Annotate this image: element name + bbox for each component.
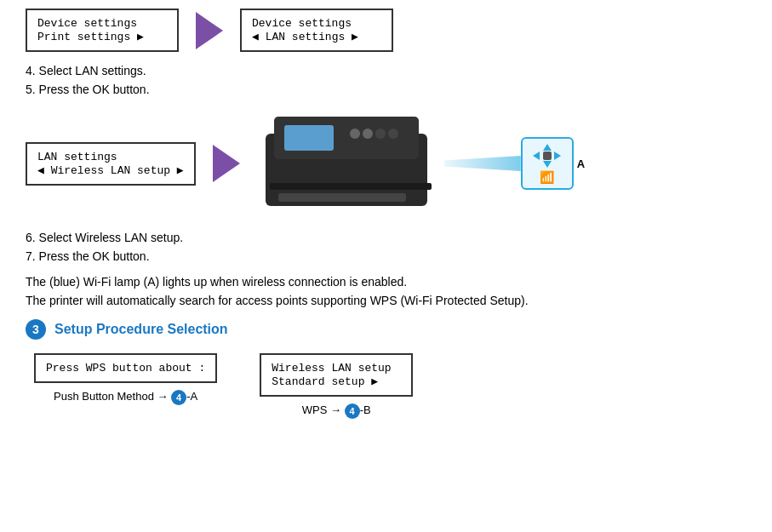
svg-point-4 xyxy=(363,129,373,139)
lcd1-line1: Device settings xyxy=(37,17,167,30)
push-button-item: Press WPS button about : Push Button Met… xyxy=(34,353,217,405)
lcd3-line2: ◀ Wireless LAN setup ▶ xyxy=(37,163,184,177)
arrow-left-icon xyxy=(533,152,540,160)
push-button-prefix: Push Button Method → xyxy=(54,390,171,403)
svg-rect-7 xyxy=(278,193,406,202)
lcd1-line2: Print settings ▶ xyxy=(37,30,167,43)
wps-suffix: -B xyxy=(360,403,371,416)
svg-rect-8 xyxy=(270,183,432,190)
push-button-badge: 4 xyxy=(171,390,186,405)
bottom-row: Press WPS button about : Push Button Met… xyxy=(34,353,746,419)
lcd-screen-1: Device settings Print settings ▶ xyxy=(26,9,179,52)
steps-4-5: 4. Select LAN settings. 5. Press the OK … xyxy=(26,64,746,96)
wps-badge: 4 xyxy=(345,403,360,419)
wifi-beam xyxy=(444,156,521,171)
svg-point-3 xyxy=(350,129,360,139)
wifi-beam-area: 📶 A xyxy=(444,137,585,190)
wifi-button-box: 📶 xyxy=(521,137,574,190)
wifi-label-a: A xyxy=(577,157,585,170)
directional-pad xyxy=(531,143,563,169)
lcd5-line2: Standard setup ▶ xyxy=(272,375,401,388)
top-screen-row: Device settings Print settings ▶ Device … xyxy=(26,9,746,52)
section-title: Setup Procedure Selection xyxy=(54,322,228,337)
note-2: The printer will automatically search fo… xyxy=(26,294,746,307)
arrow-up-icon xyxy=(543,144,552,151)
steps-6-7: 6. Select Wireless LAN setup. 7. Press t… xyxy=(26,231,746,263)
arrow-middle-icon xyxy=(213,145,240,182)
note-1: The (blue) Wi-Fi lamp (A) lights up when… xyxy=(26,275,746,289)
step-4: 4. Select LAN settings. xyxy=(26,64,746,77)
arrow-down-icon xyxy=(543,161,552,168)
step-7: 7. Press the OK button. xyxy=(26,249,746,263)
step-5: 5. Press the OK button. xyxy=(26,83,746,96)
lcd4-line1: Press WPS button about : xyxy=(46,362,205,375)
arrow-right-icon xyxy=(196,12,223,49)
lcd-screen-3: LAN settings ◀ Wireless LAN setup ▶ xyxy=(26,142,196,186)
notes: The (blue) Wi-Fi lamp (A) lights up when… xyxy=(26,275,746,307)
lcd-screen-5: Wireless LAN setup Standard setup ▶ xyxy=(260,353,413,397)
wps-item: Wireless LAN setup Standard setup ▶ WPS … xyxy=(260,353,413,419)
lcd-screen-4: Press WPS button about : xyxy=(34,353,217,383)
svg-point-6 xyxy=(388,129,398,139)
section-3-header: 3 Setup Procedure Selection xyxy=(26,319,746,340)
section-number-badge: 3 xyxy=(26,319,46,340)
printer-svg xyxy=(257,108,444,219)
lcd2-line2: ◀ LAN settings ▶ xyxy=(252,30,381,43)
push-button-label: Push Button Method → 4-A xyxy=(54,390,197,405)
wps-label: WPS → 4-B xyxy=(302,403,371,419)
lcd-screen-2: Device settings ◀ LAN settings ▶ xyxy=(240,9,393,52)
wifi-signal-icon: 📶 xyxy=(540,170,554,184)
step-6: 6. Select Wireless LAN setup. xyxy=(26,231,746,244)
push-button-suffix: -A xyxy=(186,390,197,403)
printer-illustration: 📶 A xyxy=(257,108,585,219)
pad-center xyxy=(543,152,552,160)
arrow-right-pad-icon xyxy=(554,152,561,160)
svg-point-5 xyxy=(375,129,386,139)
lcd3-line1: LAN settings xyxy=(37,151,184,163)
wps-prefix: WPS → xyxy=(302,403,345,416)
lcd2-line1: Device settings xyxy=(252,17,381,30)
svg-rect-2 xyxy=(284,125,334,151)
lcd5-line1: Wireless LAN setup xyxy=(272,362,401,375)
middle-row: LAN settings ◀ Wireless LAN setup ▶ xyxy=(26,108,746,219)
